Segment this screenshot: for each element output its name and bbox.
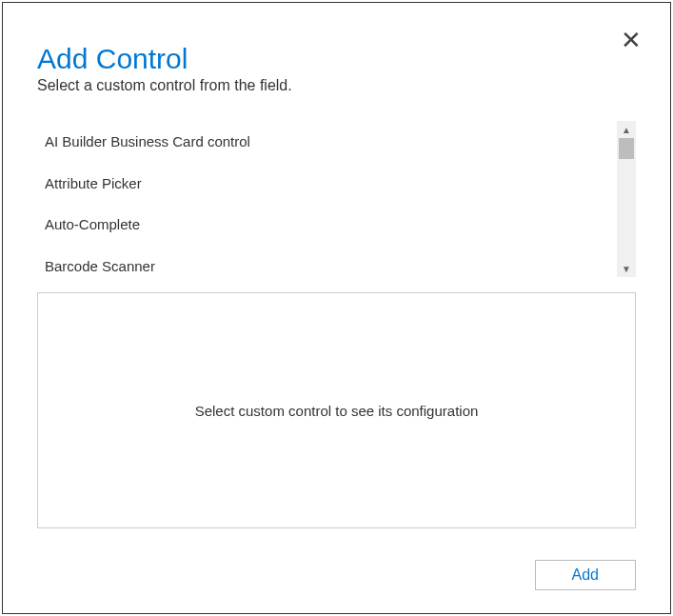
dialog-footer: Add [37, 541, 636, 590]
list-item[interactable]: Attribute Picker [37, 163, 611, 205]
list-item[interactable]: Barcode Scanner [37, 246, 611, 278]
add-control-dialog: ✕ Add Control Select a custom control fr… [2, 2, 671, 614]
scroll-up-icon[interactable]: ▲ [617, 121, 636, 138]
scroll-down-icon[interactable]: ▼ [617, 260, 636, 277]
config-placeholder: Select custom control to see its configu… [195, 403, 479, 419]
scrollbar[interactable]: ▲ ▼ [617, 121, 636, 277]
dialog-title: Add Control [37, 43, 636, 75]
configuration-panel: Select custom control to see its configu… [37, 292, 636, 528]
scroll-track[interactable] [617, 138, 636, 260]
list-item[interactable]: AI Builder Business Card control [37, 121, 611, 163]
control-list-area: AI Builder Business Card control Attribu… [37, 121, 636, 277]
add-button[interactable]: Add [535, 560, 636, 590]
list-item[interactable]: Auto-Complete [37, 204, 611, 246]
control-list: AI Builder Business Card control Attribu… [37, 121, 611, 277]
close-button[interactable]: ✕ [621, 28, 642, 52]
dialog-subtitle: Select a custom control from the field. [37, 77, 636, 94]
scroll-thumb[interactable] [619, 138, 634, 159]
